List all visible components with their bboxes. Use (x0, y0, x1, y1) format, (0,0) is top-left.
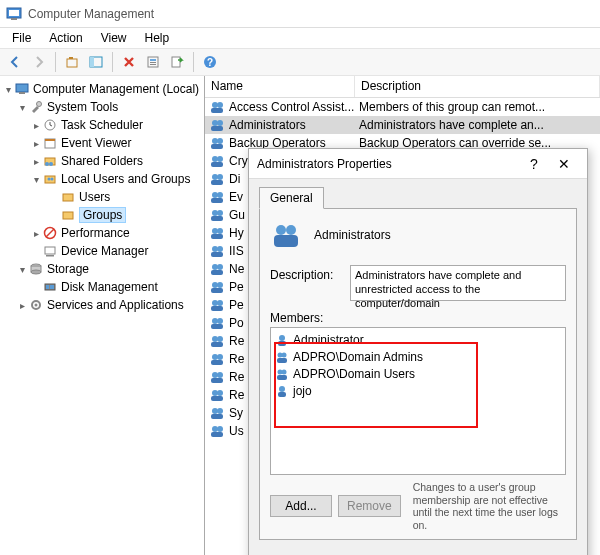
back-button[interactable] (4, 51, 26, 73)
menu-help[interactable]: Help (137, 29, 178, 47)
menu-file[interactable]: File (4, 29, 39, 47)
caret-right-icon[interactable]: ▸ (30, 120, 42, 131)
tab-page-general: Administrators Description: Administrato… (259, 208, 577, 540)
svg-rect-15 (19, 92, 25, 94)
remove-button[interactable]: Remove (338, 495, 401, 517)
group-icon (209, 135, 225, 151)
storage-icon (28, 261, 44, 277)
computer-icon (14, 81, 30, 97)
menu-view[interactable]: View (93, 29, 135, 47)
show-hide-button[interactable] (85, 51, 107, 73)
member-item[interactable]: ADPRO\Domain Admins (275, 348, 561, 365)
caret-down-icon[interactable]: ▾ (30, 174, 42, 185)
tree-root[interactable]: ▾ Computer Management (Local) (2, 80, 202, 98)
tab-general[interactable]: General (259, 187, 324, 209)
svg-rect-98 (274, 235, 298, 247)
svg-text:?: ? (207, 57, 213, 68)
tree-device-manager[interactable]: Device Manager (2, 242, 202, 260)
group-icon (209, 423, 225, 439)
dialog-title: Administrators Properties (257, 157, 519, 171)
performance-icon (42, 225, 58, 241)
titlebar: Computer Management (0, 0, 600, 28)
caret-right-icon[interactable]: ▸ (30, 138, 42, 149)
tree-services-apps[interactable]: ▸ Services and Applications (2, 296, 202, 314)
description-label: Description: (270, 265, 340, 301)
close-icon[interactable]: ✕ (549, 156, 579, 172)
tree-users[interactable]: Users (2, 188, 202, 206)
menubar: File Action View Help (0, 28, 600, 48)
svg-point-58 (217, 210, 223, 216)
dialog-help-button[interactable]: ? (519, 156, 549, 172)
svg-point-40 (217, 102, 223, 108)
svg-point-38 (35, 304, 38, 307)
caret-down-icon[interactable]: ▾ (16, 264, 28, 275)
svg-rect-44 (211, 126, 223, 131)
window-title: Computer Management (28, 7, 154, 21)
add-button[interactable]: Add... (270, 495, 332, 517)
caret-right-icon[interactable]: ▸ (30, 228, 42, 239)
svg-point-22 (49, 162, 53, 166)
caret-down-icon[interactable]: ▾ (16, 102, 28, 113)
tree-storage[interactable]: ▾ Storage (2, 260, 202, 278)
members-label: Members: (270, 311, 566, 325)
tree-groups[interactable]: Groups (2, 206, 202, 224)
svg-point-79 (217, 336, 223, 342)
svg-rect-108 (278, 392, 286, 397)
forward-button[interactable] (28, 51, 50, 73)
toolbar-separator (193, 52, 194, 72)
tree-local-users-groups[interactable]: ▾ Local Users and Groups (2, 170, 202, 188)
help-button[interactable]: ? (199, 51, 221, 73)
svg-rect-89 (211, 396, 223, 401)
svg-rect-71 (211, 288, 223, 293)
menu-action[interactable]: Action (41, 29, 90, 47)
tree-shared-folders[interactable]: ▸ Shared Folders (2, 152, 202, 170)
group-icon (209, 225, 225, 241)
caret-down-icon[interactable]: ▾ (2, 84, 14, 95)
dialog-footer: OK Cancel Apply Help (249, 548, 587, 555)
list-row[interactable]: AdministratorsAdministrators have comple… (205, 116, 600, 134)
svg-rect-4 (69, 57, 73, 59)
list-row[interactable]: Access Control Assist...Members of this … (205, 98, 600, 116)
member-name: ADPRO\Domain Users (293, 367, 415, 381)
svg-point-64 (217, 246, 223, 252)
tree-performance[interactable]: ▸ Performance (2, 224, 202, 242)
svg-point-91 (217, 408, 223, 414)
tree-label: Task Scheduler (61, 118, 143, 132)
group-icon (209, 261, 225, 277)
folder-icon (60, 189, 76, 205)
members-listbox[interactable]: AdministratorADPRO\Domain AdminsADPRO\Do… (270, 327, 566, 475)
svg-rect-26 (63, 194, 73, 201)
event-icon (42, 135, 58, 151)
folder-icon (60, 207, 76, 223)
svg-rect-86 (211, 378, 223, 383)
list-cell-name: Access Control Assist... (229, 100, 354, 114)
member-item[interactable]: jojo (275, 382, 561, 399)
tree-event-viewer[interactable]: ▸ Event Viewer (2, 134, 202, 152)
svg-rect-92 (211, 414, 223, 419)
up-button[interactable] (61, 51, 83, 73)
tree-label: Groups (83, 208, 122, 222)
svg-rect-35 (46, 285, 49, 289)
column-description[interactable]: Description (355, 76, 600, 97)
member-item[interactable]: Administrator (275, 331, 561, 348)
properties-button[interactable] (142, 51, 164, 73)
toolbar-separator (112, 52, 113, 72)
tree-label: Users (79, 190, 110, 204)
tree-disk-management[interactable]: Disk Management (2, 278, 202, 296)
tree-label: Shared Folders (61, 154, 143, 168)
svg-rect-14 (16, 84, 28, 92)
member-item[interactable]: ADPRO\Domain Users (275, 365, 561, 382)
dialog-titlebar[interactable]: Administrators Properties ? ✕ (249, 149, 587, 179)
svg-point-76 (217, 318, 223, 324)
tree-system-tools[interactable]: ▾ System Tools (2, 98, 202, 116)
svg-rect-27 (63, 212, 73, 219)
export-button[interactable] (166, 51, 188, 73)
tree-task-scheduler[interactable]: ▸ Task Scheduler (2, 116, 202, 134)
caret-right-icon[interactable]: ▸ (16, 300, 28, 311)
delete-button[interactable] (118, 51, 140, 73)
description-input[interactable]: Administrators have complete and unrestr… (350, 265, 566, 301)
caret-right-icon[interactable]: ▸ (30, 156, 42, 167)
group-icon (209, 207, 225, 223)
column-name[interactable]: Name (205, 76, 355, 97)
toolbar: ? (0, 48, 600, 76)
